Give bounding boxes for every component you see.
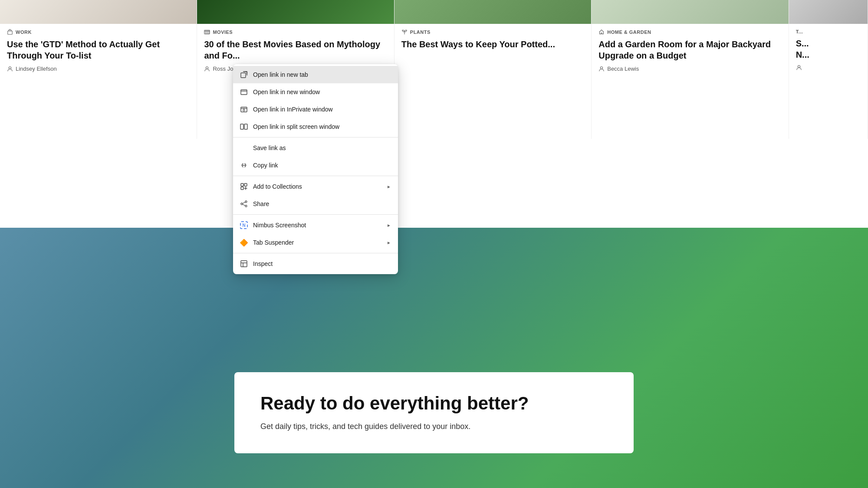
nimbus-n-icon: N <box>240 221 248 229</box>
svg-point-5 <box>798 66 800 68</box>
svg-point-15 <box>245 201 247 203</box>
menu-item-nimbus[interactable]: N Nimbus Screenshot ► <box>233 216 398 234</box>
menu-divider-3 <box>233 214 398 215</box>
svg-point-4 <box>601 66 603 69</box>
author-icon-garden <box>598 66 605 72</box>
card-extra[interactable]: T... S...N... <box>789 0 868 139</box>
svg-point-1 <box>9 66 11 69</box>
menu-item-inspect[interactable]: Inspect <box>233 255 398 272</box>
new-window-icon <box>240 88 248 96</box>
nimbus-arrow: ► <box>387 223 391 228</box>
new-tab-icon <box>240 71 248 79</box>
menu-item-tab-suspender[interactable]: 🔶 Tab Suspender ► <box>233 234 398 251</box>
svg-point-16 <box>245 205 247 207</box>
author-icon-movies <box>204 66 210 72</box>
save-link-icon <box>240 144 248 152</box>
card-garden-title: Add a Garden Room for a Major Backyard U… <box>598 39 781 61</box>
card-work-image <box>0 0 197 24</box>
menu-item-open-split[interactable]: Open link in split screen window <box>233 118 398 135</box>
menu-item-open-new-tab-label: Open link in new tab <box>253 71 391 78</box>
movies-icon <box>204 29 210 35</box>
menu-item-open-inprivate[interactable]: Open link in InPrivate window <box>233 101 398 118</box>
menu-item-share-label: Share <box>253 200 391 207</box>
work-icon <box>7 29 13 35</box>
svg-rect-12 <box>241 183 243 186</box>
collections-icon <box>240 183 248 190</box>
menu-item-tab-suspender-label: Tab Suspender <box>253 239 381 246</box>
menu-divider-1 <box>233 137 398 138</box>
menu-item-share[interactable]: Share <box>233 195 398 213</box>
home-icon <box>598 29 605 35</box>
card-extra-image <box>789 0 868 24</box>
menu-item-inspect-label: Inspect <box>253 260 391 267</box>
svg-rect-13 <box>244 183 247 186</box>
inprivate-icon <box>240 105 248 113</box>
menu-item-nimbus-label: Nimbus Screenshot <box>253 222 381 229</box>
newsletter-subtitle: Get daily tips, tricks, and tech guides … <box>260 421 608 432</box>
article-cards-row: WORK Use the 'GTD' Method to Actually Ge… <box>0 0 868 139</box>
card-extra-category: T... <box>796 29 861 34</box>
newsletter-box: Ready to do everything better? Get daily… <box>234 372 634 453</box>
menu-divider-4 <box>233 253 398 253</box>
tab-suspender-arrow: ► <box>387 240 391 245</box>
card-plants-image <box>395 0 591 24</box>
inspect-icon <box>240 260 248 268</box>
menu-item-save-link-label: Save link as <box>253 144 391 151</box>
card-movies-image <box>197 0 394 24</box>
card-plants[interactable]: PLANTS The Best Ways to Keep Your Potted… <box>395 0 592 139</box>
card-plants-title: The Best Ways to Keep Your Potted... <box>401 39 584 50</box>
card-movies-category: MOVIES <box>204 29 387 35</box>
share-icon <box>240 200 248 208</box>
menu-item-inprivate-label: Open link in InPrivate window <box>253 106 391 113</box>
menu-item-copy-link-label: Copy link <box>253 162 391 169</box>
svg-rect-0 <box>8 31 13 34</box>
svg-point-3 <box>206 66 208 69</box>
card-garden-author: Becca Lewis <box>598 66 781 72</box>
card-garden[interactable]: HOME & GARDEN Add a Garden Room for a Ma… <box>592 0 789 139</box>
menu-item-copy-link[interactable]: Copy link <box>233 157 398 174</box>
author-icon-extra <box>796 65 802 71</box>
menu-item-open-new-window[interactable]: Open link in new window <box>233 83 398 101</box>
context-menu: Open link in new tab Open link in new wi… <box>233 64 398 274</box>
nimbus-icon: N <box>240 221 248 229</box>
card-work-title: Use the 'GTD' Method to Actually Get Thr… <box>7 39 190 61</box>
svg-rect-6 <box>241 73 246 78</box>
menu-item-open-new-tab[interactable]: Open link in new tab <box>233 66 398 83</box>
menu-item-open-new-window-label: Open link in new window <box>253 88 391 95</box>
svg-point-17 <box>241 203 243 205</box>
menu-item-split-label: Open link in split screen window <box>253 123 391 130</box>
menu-item-collections-label: Add to Collections <box>253 183 381 190</box>
card-extra-author <box>796 65 861 71</box>
svg-rect-7 <box>241 90 247 95</box>
menu-item-add-collections[interactable]: Add to Collections ► <box>233 178 398 195</box>
collections-arrow: ► <box>387 184 391 189</box>
card-plants-category: PLANTS <box>401 29 584 35</box>
svg-point-9 <box>243 109 245 111</box>
card-garden-category: HOME & GARDEN <box>598 29 781 35</box>
card-work-author: Lindsey Ellefson <box>7 66 190 72</box>
plants-icon <box>401 29 408 35</box>
card-work-category: WORK <box>7 29 190 35</box>
svg-rect-14 <box>241 187 243 190</box>
menu-item-save-link[interactable]: Save link as <box>233 139 398 157</box>
page-background: WORK Use the 'GTD' Method to Actually Ge… <box>0 0 868 488</box>
newsletter-title: Ready to do everything better? <box>260 393 608 414</box>
svg-rect-11 <box>244 124 247 129</box>
card-work[interactable]: WORK Use the 'GTD' Method to Actually Ge… <box>0 0 197 139</box>
card-extra-title: S...N... <box>796 38 861 60</box>
card-garden-image <box>592 0 788 24</box>
svg-rect-18 <box>241 261 247 267</box>
split-screen-icon <box>240 123 248 131</box>
author-icon <box>7 66 13 72</box>
card-movies-title: 30 of the Best Movies Based on Mythology… <box>204 39 387 61</box>
copy-link-icon <box>240 161 248 169</box>
menu-divider-2 <box>233 176 398 176</box>
tab-suspender-emoji: 🔶 <box>240 239 248 247</box>
tab-suspender-icon: 🔶 <box>240 239 248 246</box>
svg-rect-10 <box>240 124 243 129</box>
